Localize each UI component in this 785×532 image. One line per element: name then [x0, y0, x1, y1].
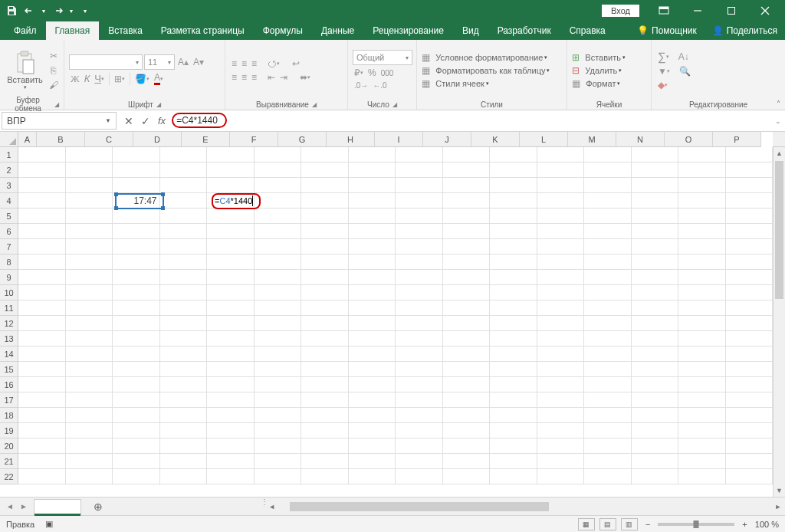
cell-G11[interactable] [301, 300, 349, 316]
cell-P3[interactable] [726, 178, 774, 193]
cell-J5[interactable] [443, 209, 491, 224]
row-header-6[interactable]: 6 [0, 224, 18, 239]
column-header-M[interactable]: M [568, 132, 616, 147]
cell-C15[interactable] [113, 362, 160, 377]
cell-H15[interactable] [349, 362, 396, 377]
cell-P9[interactable] [726, 270, 774, 285]
row-header-15[interactable]: 15 [0, 362, 18, 377]
cell-M18[interactable] [584, 408, 632, 423]
tell-me[interactable]: 💡Помощник [629, 21, 705, 40]
cell-G14[interactable] [301, 346, 349, 362]
zoom-level[interactable]: 100 % [755, 520, 779, 529]
cell-O19[interactable] [678, 423, 726, 438]
formula-bar-expand-icon[interactable]: ⌄ [771, 110, 785, 131]
grow-font-icon[interactable]: A▴ [176, 56, 190, 68]
cell-E19[interactable] [207, 423, 255, 438]
scroll-left-icon[interactable]: ◄ [267, 503, 278, 511]
zoom-out-icon[interactable]: − [642, 520, 653, 529]
cell-L17[interactable] [537, 392, 585, 408]
cell-N21[interactable] [632, 454, 679, 469]
borders-icon[interactable]: ⊞▾ [113, 73, 126, 85]
cell-O21[interactable] [678, 454, 726, 469]
cell-C16[interactable] [113, 377, 160, 392]
tab-data[interactable]: Данные [312, 21, 363, 40]
cell-N5[interactable] [632, 209, 679, 224]
cell-A4[interactable] [18, 193, 66, 209]
cell-P15[interactable] [726, 362, 774, 377]
cell-O15[interactable] [678, 362, 726, 377]
vertical-scroll-thumb[interactable] [775, 161, 783, 299]
cell-H5[interactable] [349, 209, 396, 224]
cell-C13[interactable] [113, 331, 160, 346]
font-launcher-icon[interactable]: ◢ [156, 101, 161, 108]
cell-L13[interactable] [537, 331, 585, 346]
font-size-combo[interactable]: 11▾ [144, 54, 175, 70]
cell-H13[interactable] [349, 331, 396, 346]
column-header-G[interactable]: G [278, 132, 327, 147]
tab-view[interactable]: Вид [453, 21, 488, 40]
copy-icon[interactable]: ⎘ [48, 64, 60, 77]
column-header-D[interactable]: D [133, 132, 182, 147]
cell-N16[interactable] [632, 377, 679, 392]
cell-H21[interactable] [349, 454, 396, 469]
cell-K22[interactable] [490, 469, 537, 484]
cancel-formula-icon[interactable]: ✕ [124, 115, 133, 127]
row-header-5[interactable]: 5 [0, 209, 18, 224]
cell-I9[interactable] [396, 270, 443, 285]
redo-icon[interactable] [49, 2, 66, 19]
cell-M10[interactable] [584, 285, 632, 300]
cell-K11[interactable] [490, 300, 537, 316]
cell-H10[interactable] [349, 285, 396, 300]
sheet-nav-next-icon[interactable]: ► [20, 502, 28, 511]
cell-K10[interactable] [490, 285, 537, 300]
cell-K6[interactable] [490, 224, 537, 239]
cell-D12[interactable] [160, 316, 208, 331]
cell-I1[interactable] [396, 147, 443, 163]
cell-I7[interactable] [396, 239, 443, 255]
cell-P4[interactable] [726, 193, 774, 209]
cell-F20[interactable] [255, 438, 302, 454]
cell-E21[interactable] [207, 454, 255, 469]
cell-B11[interactable] [66, 300, 113, 316]
cell-P14[interactable] [726, 346, 774, 362]
cell-F19[interactable] [255, 423, 302, 438]
cell-P17[interactable] [726, 392, 774, 408]
column-header-F[interactable]: F [230, 132, 278, 147]
cell-L6[interactable] [537, 224, 585, 239]
horizontal-scrollbar[interactable]: ◄ ► [265, 498, 785, 515]
autosum-icon[interactable]: ∑▾ [656, 49, 671, 64]
cell-J10[interactable] [443, 285, 491, 300]
cell-G18[interactable] [301, 408, 349, 423]
column-header-E[interactable]: E [182, 132, 230, 147]
cell-G21[interactable] [301, 454, 349, 469]
page-break-view-icon[interactable]: ▥ [621, 518, 638, 530]
cell-J2[interactable] [443, 163, 491, 178]
vertical-scrollbar[interactable]: ▲ ▼ [773, 147, 785, 497]
cell-M20[interactable] [584, 438, 632, 454]
cell-G4[interactable] [301, 193, 349, 209]
cell-L20[interactable] [537, 438, 585, 454]
cell-D13[interactable] [160, 331, 208, 346]
cell-F22[interactable] [255, 469, 302, 484]
clear-icon[interactable]: ◆▾ [656, 79, 669, 91]
sort-filter-icon[interactable]: A↓ [677, 51, 691, 63]
percent-icon[interactable]: % [366, 67, 378, 79]
cell-G13[interactable] [301, 331, 349, 346]
cell-K5[interactable] [490, 209, 537, 224]
cell-O7[interactable] [678, 239, 726, 255]
cell-N6[interactable] [632, 224, 679, 239]
row-header-21[interactable]: 21 [0, 454, 18, 469]
cell-M21[interactable] [584, 454, 632, 469]
cell-P21[interactable] [726, 454, 774, 469]
undo-dropdown-icon[interactable]: ▼ [40, 2, 48, 19]
cell-J1[interactable] [443, 147, 491, 163]
column-header-H[interactable]: H [327, 132, 375, 147]
underline-icon[interactable]: Ч▾ [93, 72, 106, 85]
cell-A15[interactable] [18, 362, 66, 377]
align-bottom-icon[interactable]: ≡ [250, 57, 258, 70]
cell-E1[interactable] [207, 147, 255, 163]
cell-D19[interactable] [160, 423, 208, 438]
cell-N19[interactable] [632, 423, 679, 438]
cell-C17[interactable] [113, 392, 160, 408]
cell-L19[interactable] [537, 423, 585, 438]
